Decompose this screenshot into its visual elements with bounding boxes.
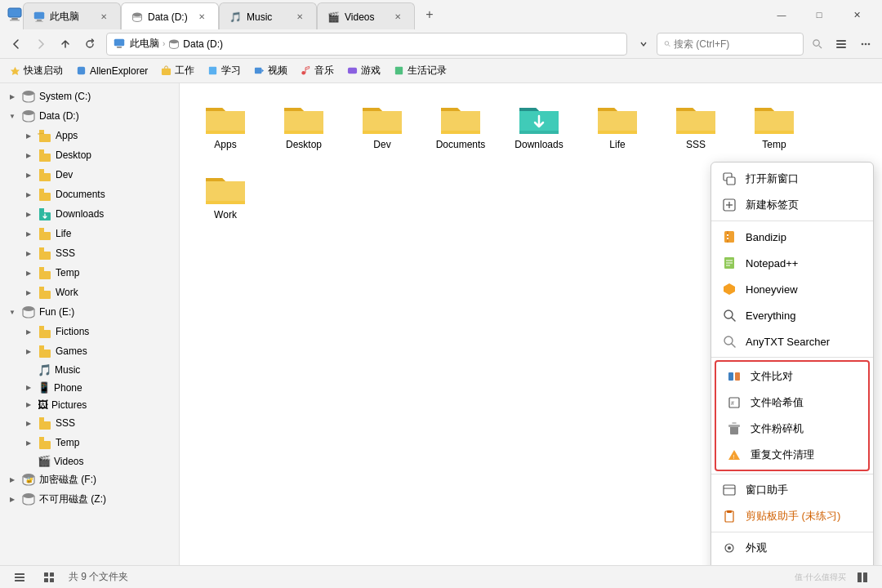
file-item-downloads[interactable]: Downloads [503, 93, 575, 157]
expand-icon-dev[interactable]: ▶ [23, 169, 34, 180]
file-item-sss[interactable]: SSS [660, 93, 732, 157]
search-bar[interactable] [657, 33, 804, 56]
sidebar-item-system-c[interactable]: ▶ System (C:) [0, 87, 179, 106]
ctx-file-compare[interactable]: 文件比对 [716, 363, 868, 390]
expand-icon-temp[interactable]: ▶ [23, 267, 34, 278]
sidebar-item-work[interactable]: ▶ Work [0, 283, 179, 302]
tab-music-close[interactable]: ✕ [293, 11, 306, 24]
expand-icon-temp2[interactable]: ▶ [23, 437, 34, 448]
ctx-file-checksum[interactable]: # 文件哈希值 [716, 390, 868, 416]
refresh-button[interactable] [78, 33, 101, 56]
fav-allenexplorer[interactable]: AllenExplorer [73, 64, 151, 78]
ctx-honeyview[interactable]: Honeyview [711, 276, 873, 302]
fav-study[interactable]: 学习 [204, 62, 244, 79]
sidebar-item-life[interactable]: ▶ Life [0, 224, 179, 243]
file-item-temp[interactable]: Temp [738, 93, 810, 157]
sidebar-item-games[interactable]: ▶ Games [0, 341, 179, 361]
expand-icon-phone[interactable]: ▶ [23, 382, 34, 394]
tab-videos[interactable]: 🎬 Videos ✕ [317, 2, 415, 29]
sidebar-item-phone[interactable]: ▶ 📱 Phone [0, 379, 179, 396]
file-item-desktop[interactable]: Desktop [268, 93, 340, 157]
sidebar-item-downloads[interactable]: ▶ Downloads [0, 204, 179, 224]
expand-icon-unavail-z[interactable]: ▶ [7, 493, 18, 505]
sidebar-item-pictures[interactable]: ▶ 🖼 Pictures [0, 396, 179, 413]
tab-videos-close[interactable]: ✕ [391, 11, 404, 24]
sidebar-item-fun-e[interactable]: ▼ Fun (E:) [0, 302, 179, 322]
sidebar-item-apps[interactable]: ▶ Apps [0, 126, 179, 145]
file-item-apps[interactable]: Apps [189, 93, 261, 157]
minimize-button[interactable]: — [763, 2, 800, 28]
ctx-notepadpp[interactable]: Notepad++ [711, 250, 873, 276]
tab-data-d-close[interactable]: ✕ [195, 11, 208, 24]
more-options-button[interactable] [854, 33, 877, 56]
address-bar[interactable]: 此电脑 › Data (D:) [106, 33, 627, 56]
fav-quicklaunch[interactable]: 快速启动 [7, 62, 66, 79]
expand-icon-desktop[interactable]: ▶ [23, 149, 34, 161]
new-tab-button[interactable]: + [418, 3, 441, 26]
expand-icon-data-d[interactable]: ▼ [7, 110, 18, 122]
expand-icon-system-c[interactable]: ▶ [7, 91, 18, 102]
forward-button[interactable] [29, 33, 52, 56]
sidebar-item-temp[interactable]: ▶ Temp [0, 263, 179, 283]
sidebar-item-documents[interactable]: ▶ Documents [0, 185, 179, 204]
ctx-window-helper[interactable]: 窗口助手 [711, 477, 873, 503]
search-options-button[interactable] [805, 33, 828, 56]
file-item-work[interactable]: Work [189, 163, 261, 227]
expand-icon-fictions[interactable]: ▶ [23, 326, 34, 337]
ctx-dup-clean[interactable]: ! 重复文件清理 [716, 442, 868, 468]
fav-games[interactable]: 游戏 [344, 62, 384, 79]
file-item-life[interactable]: Life [581, 93, 653, 157]
view-options-button[interactable] [830, 33, 853, 56]
tab-music[interactable]: 🎵 Music ✕ [219, 2, 317, 29]
up-button[interactable] [54, 33, 77, 56]
address-dropdown-button[interactable] [632, 33, 655, 56]
fav-work[interactable]: 工作 [158, 62, 198, 79]
expand-icon-sss2[interactable]: ▶ [23, 417, 34, 429]
sidebar-item-music[interactable]: 🎵 Music [0, 361, 179, 379]
expand-icon-work[interactable]: ▶ [23, 287, 34, 298]
tab-data-d[interactable]: Data (D:) ✕ [121, 2, 219, 29]
back-button[interactable] [5, 33, 28, 56]
ctx-appearance[interactable]: 外观 [711, 535, 873, 561]
tab-computer[interactable]: 此电脑 ✕ [23, 2, 121, 29]
statusbar-grid-view[interactable] [39, 568, 59, 587]
search-input[interactable] [674, 38, 796, 50]
expand-icon-games[interactable]: ▶ [23, 345, 34, 357]
sidebar-item-sss[interactable]: ▶ SSS [0, 243, 179, 263]
sidebar-item-desktop[interactable]: ▶ Desktop [0, 145, 179, 165]
sidebar-item-temp2[interactable]: ▶ Temp [0, 433, 179, 452]
fav-music[interactable]: 音乐 [297, 62, 337, 79]
sidebar-item-fictions[interactable]: ▶ Fictions [0, 322, 179, 341]
fav-liferecord[interactable]: 生活记录 [390, 62, 450, 79]
breadcrumb-home[interactable]: 此电脑 [130, 37, 159, 51]
sidebar-item-unavail-z[interactable]: ▶ 不可用磁盘 (Z:) [0, 489, 179, 509]
fav-video[interactable]: 视频 [251, 62, 291, 79]
statusbar-list-view[interactable] [10, 568, 29, 587]
ctx-anytxt[interactable]: AnyTXT Searcher [711, 328, 873, 354]
expand-icon-apps[interactable]: ▶ [23, 130, 34, 141]
expand-icon-music[interactable] [23, 364, 34, 376]
expand-icon-downloads[interactable]: ▶ [23, 208, 34, 220]
close-button[interactable]: ✕ [838, 2, 875, 28]
ctx-new-tab[interactable]: 新建标签页 [711, 192, 873, 218]
ctx-everything[interactable]: Everything [711, 302, 873, 328]
ctx-open-new-window[interactable]: 打开新窗口 [711, 166, 873, 192]
ctx-clipboard[interactable]: 剪贴板助手 (未练习) [711, 503, 873, 529]
file-item-documents[interactable]: Documents [425, 93, 497, 157]
expand-icon-documents[interactable]: ▶ [23, 189, 34, 200]
expand-icon-pictures[interactable]: ▶ [23, 399, 34, 411]
sidebar-item-videos[interactable]: 🎬 Videos [0, 452, 179, 470]
sidebar-item-dev[interactable]: ▶ Dev [0, 165, 179, 185]
tab-computer-close[interactable]: ✕ [97, 11, 110, 24]
breadcrumb-current[interactable]: Data (D:) [183, 38, 223, 50]
statusbar-view-toggle[interactable] [853, 568, 872, 587]
ctx-settings[interactable]: 设置 [711, 561, 873, 565]
ctx-bandizip[interactable]: Bandizip [711, 224, 873, 250]
ctx-file-shred[interactable]: 文件粉碎机 [716, 416, 868, 442]
expand-icon-fun-e[interactable]: ▼ [7, 306, 18, 318]
expand-icon-encrypt-f[interactable]: ▶ [7, 474, 18, 485]
file-item-dev[interactable]: Dev [346, 93, 418, 157]
expand-icon-life[interactable]: ▶ [23, 228, 34, 239]
maximize-button[interactable]: □ [800, 2, 838, 28]
sidebar-item-sss2[interactable]: ▶ SSS [0, 413, 179, 433]
